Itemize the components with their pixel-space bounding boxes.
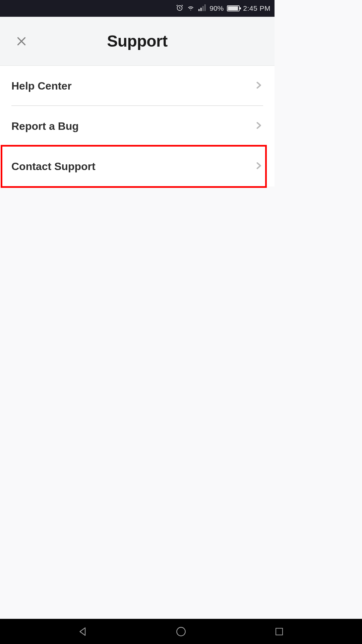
page-title: Support: [0, 32, 275, 50]
svg-rect-1: [198, 9, 200, 11]
status-icons: 90% 2:45 PM: [176, 4, 270, 13]
alarm-icon: [176, 4, 183, 13]
status-bar: 90% 2:45 PM: [0, 0, 275, 17]
support-list: Help Center Report a Bug Contact Support: [0, 66, 275, 186]
list-item-label: Help Center: [11, 80, 72, 92]
svg-rect-3: [202, 6, 204, 11]
list-item-label: Contact Support: [11, 160, 96, 173]
chevron-right-icon: [254, 79, 263, 92]
chevron-right-icon: [254, 160, 263, 173]
app-header: Support: [0, 17, 275, 66]
status-time: 2:45 PM: [243, 4, 270, 12]
content-area: Help Center Report a Bug Contact Support: [0, 66, 275, 463]
chevron-right-icon: [254, 120, 263, 132]
list-item-report-bug[interactable]: Report a Bug: [11, 106, 263, 146]
wifi-icon: [187, 4, 195, 13]
battery-percent: 90%: [209, 4, 224, 12]
svg-rect-2: [200, 8, 202, 11]
battery-icon: [227, 5, 240, 11]
svg-rect-4: [204, 4, 206, 11]
close-icon: [15, 35, 27, 47]
close-button[interactable]: [13, 33, 29, 49]
list-item-label: Report a Bug: [11, 120, 79, 132]
list-item-help-center[interactable]: Help Center: [11, 66, 263, 106]
list-item-contact-support[interactable]: Contact Support: [11, 146, 263, 186]
signal-icon: [198, 4, 206, 13]
